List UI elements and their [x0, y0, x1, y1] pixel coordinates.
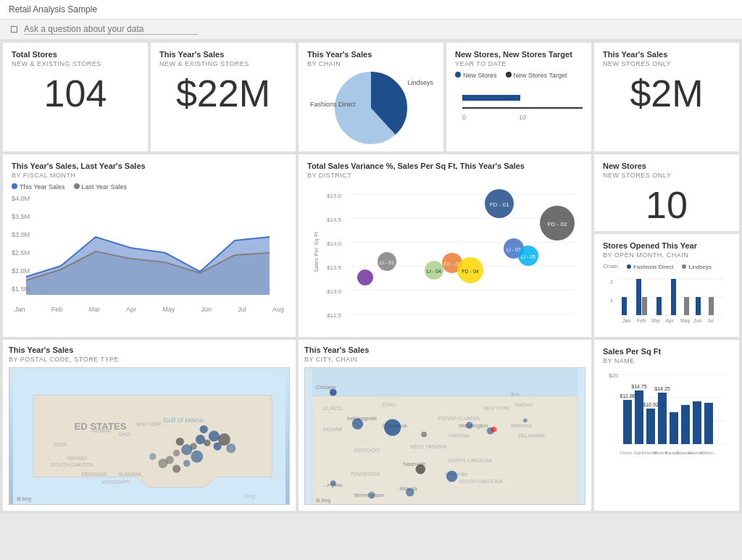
svg-point-132	[416, 464, 425, 474]
fiscal-legend: This Year Sales Last Year Sales	[12, 183, 287, 191]
svg-text:NORTH CAROLINA: NORTH CAROLINA	[449, 458, 493, 463]
svg-text:$1.5M: $1.5M	[12, 285, 30, 293]
svg-marker-8	[26, 237, 270, 295]
svg-rect-153	[658, 393, 667, 444]
stores-opened-chart: 2 1	[603, 273, 730, 330]
sales-sqft-chart: $20 $12.86 $14.75 $10.92	[603, 369, 730, 472]
svg-rect-151	[646, 409, 655, 444]
chain-pie-svg	[335, 72, 407, 144]
svg-point-75	[209, 430, 220, 441]
svg-point-82	[176, 438, 184, 446]
svg-rect-156	[681, 405, 690, 444]
svg-text:Gulf of Maine: Gulf of Maine	[163, 416, 204, 424]
stores-opened-svg: 2 1	[603, 273, 730, 327]
svg-text:-2%: -2%	[510, 319, 520, 321]
sales-sqft-title: Sales Per Sq Ft	[603, 347, 730, 356]
svg-text:NEW YORK: NEW YORK	[483, 406, 510, 411]
svg-text:OHIO: OHIO	[382, 401, 396, 408]
target-bar-svg: 0 10	[455, 82, 583, 122]
qa-bar: ☐	[0, 20, 742, 40]
svg-text:⊞ bing: ⊞ bing	[316, 498, 331, 503]
svg-text:FD - 01: FD - 01	[490, 201, 509, 208]
total-stores-card: Total Stores NEW & EXISTING STORES 104	[3, 43, 148, 151]
svg-text:WEST VIRGINIA: WEST VIRGINIA	[410, 444, 447, 449]
postal-map-image: Gulf of Maine ED STAT	[9, 367, 290, 505]
stores-opened-card: Stores Opened This Year BY OPEN MONTH, C…	[594, 234, 739, 337]
svg-text:PENNSYLVANIA: PENNSYLVANIA	[438, 415, 480, 422]
this-year-sales-1-value: $22M	[159, 75, 287, 112]
qa-icon: ☐	[10, 25, 18, 35]
svg-text:Jan: Jan	[622, 318, 630, 323]
svg-point-51	[357, 269, 373, 285]
svg-rect-57	[622, 297, 627, 315]
svg-text:$15.0: $15.0	[327, 193, 342, 199]
svg-text:DELAWARE: DELAWARE	[518, 433, 546, 438]
this-year-sales-new-subtitle: NEW STORES ONLY	[603, 60, 730, 67]
svg-rect-61	[671, 279, 676, 315]
svg-text:0: 0	[462, 114, 466, 121]
svg-point-87	[183, 460, 190, 467]
svg-text:May: May	[680, 318, 691, 324]
svg-text:$2.0M: $2.0M	[12, 267, 30, 275]
svg-text:LI - 04: LI - 04	[427, 269, 441, 274]
svg-text:MISSISSIPPI: MISSISSIPPI	[101, 480, 130, 485]
sales-sqft-subtitle: BY NAME	[603, 357, 730, 364]
svg-rect-157	[693, 401, 701, 444]
fiscal-x-labels: JanFebMarAprMayJunJulAug	[12, 306, 287, 313]
svg-text:VIRGINIA: VIRGINIA	[449, 433, 470, 438]
svg-text:Wilson...: Wilson...	[700, 451, 717, 455]
svg-text:2: 2	[610, 280, 613, 285]
svg-point-139	[523, 418, 528, 422]
svg-rect-147	[623, 400, 632, 444]
svg-text:Sarg...: Sarg...	[245, 493, 259, 499]
legend-new-stores-target: New Stores Target	[506, 72, 567, 79]
svg-text:$20: $20	[609, 372, 619, 379]
svg-text:IOWA: IOWA	[54, 442, 67, 447]
svg-point-135	[406, 488, 414, 497]
svg-text:Washington: Washington	[459, 422, 488, 429]
svg-text:Feb: Feb	[637, 318, 646, 323]
svg-text:-4%: -4%	[467, 319, 477, 321]
svg-text:FD - 02: FD - 02	[548, 221, 567, 227]
city-chain-svg: ILLINOIS INDIANA OHIO KENTUCKY TENNESSEE…	[305, 368, 585, 504]
svg-text:$4.0M: $4.0M	[12, 195, 30, 202]
svg-text:KANSAS: KANSAS	[67, 456, 87, 461]
svg-point-136	[466, 422, 473, 429]
svg-rect-3	[462, 95, 520, 101]
svg-text:ILLINOIS: ILLINOIS	[322, 406, 343, 411]
svg-text:$10.92: $10.92	[643, 402, 659, 407]
legend-li: Lindseys	[682, 263, 712, 270]
svg-text:$2.5M: $2.5M	[12, 249, 30, 256]
svg-point-88	[172, 464, 180, 472]
svg-text:Jun: Jun	[693, 318, 701, 323]
pie-label-fashions: Fashions Direct	[310, 101, 356, 108]
svg-point-83	[181, 444, 192, 455]
svg-text:$13.0: $13.0	[327, 288, 342, 295]
new-stores-target-title: New Stores, New Stores Target	[455, 50, 583, 59]
svg-text:$14.75: $14.75	[631, 384, 647, 389]
svg-point-74	[200, 425, 208, 433]
svg-rect-64	[709, 297, 714, 315]
svg-text:-8%: -8%	[387, 319, 397, 321]
svg-point-137	[446, 471, 457, 482]
svg-text:$14.5: $14.5	[327, 217, 342, 223]
svg-text:Hartford: Hartford	[514, 402, 533, 407]
fiscal-month-title: This Year's Sales, Last Year's Sales	[12, 162, 287, 170]
svg-rect-155	[670, 412, 678, 444]
this-year-sales-chain-title: This Year's Sales	[307, 50, 435, 59]
target-bar-chart: 0 10	[455, 82, 583, 125]
qa-input[interactable]	[24, 24, 198, 35]
legend-last-year: Last Year Sales	[74, 183, 128, 191]
legend-this-year: This Year Sales	[12, 183, 65, 191]
svg-point-138	[421, 432, 427, 438]
svg-point-89	[158, 459, 167, 468]
sales-sqft-card: Sales Per Sq Ft BY NAME $20 $12.86 $14.7…	[594, 340, 739, 511]
svg-text:10: 10	[519, 114, 526, 121]
stores-opened-subtitle: BY OPEN MONTH, CHAIN	[603, 251, 730, 259]
svg-text:INDIANA: INDIANA	[91, 428, 111, 433]
svg-text:$14.0: $14.0	[327, 241, 342, 247]
city-chain-subtitle: BY CITY, CHAIN	[304, 356, 585, 363]
svg-text:1: 1	[610, 298, 613, 303]
svg-point-131	[352, 418, 363, 429]
svg-text:Sales Per Sq Ft: Sales Per Sq Ft	[313, 231, 320, 272]
